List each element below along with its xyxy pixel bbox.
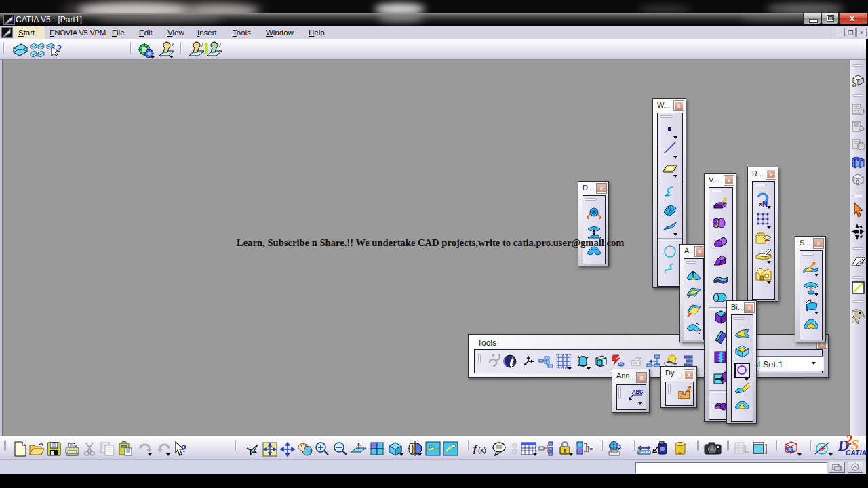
svg-text:}=: }= [587,445,593,452]
svg-text:CATIA: CATIA [846,449,867,457]
svg-text:f: f [473,443,478,454]
svg-text:?: ? [57,44,62,54]
svg-text:B: B [856,179,859,185]
svg-text:(x): (x) [478,447,486,454]
svg-text:?: ? [182,443,187,454]
